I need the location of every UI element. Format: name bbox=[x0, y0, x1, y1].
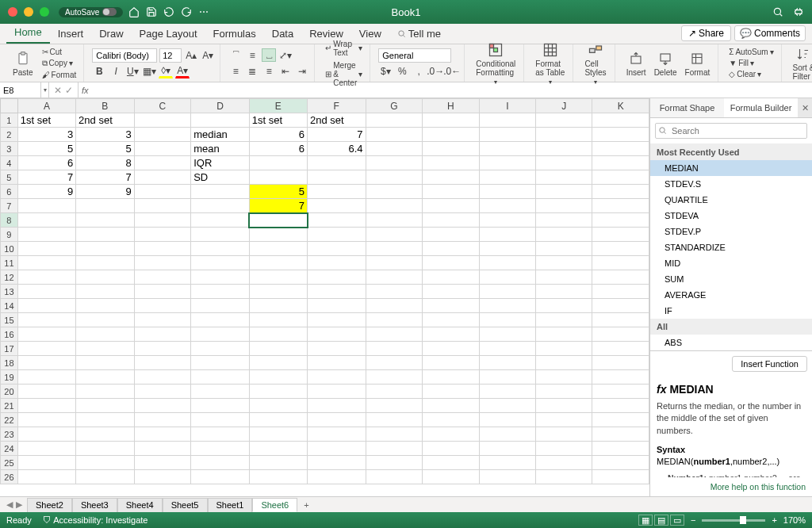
column-header-G[interactable]: G bbox=[366, 99, 423, 113]
function-item-stdev-s[interactable]: STDEV.S bbox=[650, 176, 812, 192]
cell-I15[interactable] bbox=[479, 313, 535, 327]
cell-F24[interactable] bbox=[308, 442, 366, 456]
sidepanel-tab-formula-builder[interactable]: Formula Builder bbox=[724, 98, 798, 117]
cell-B14[interactable] bbox=[76, 299, 135, 313]
more-help-link[interactable]: More help on this function bbox=[650, 477, 812, 496]
cell-E23[interactable] bbox=[249, 427, 307, 442]
cell-J14[interactable] bbox=[535, 299, 592, 313]
format-as-table-button[interactable]: Format as Table bbox=[532, 40, 568, 78]
cell-J15[interactable] bbox=[535, 313, 592, 327]
cell-F11[interactable] bbox=[308, 256, 366, 270]
conditional-formatting-button[interactable]: Conditional Formatting bbox=[473, 40, 519, 78]
cell-C13[interactable] bbox=[134, 285, 191, 299]
number-format-select[interactable] bbox=[378, 48, 451, 63]
decrease-decimal-icon[interactable]: .0← bbox=[445, 65, 459, 78]
cell-I26[interactable] bbox=[479, 470, 535, 484]
cell-H26[interactable] bbox=[423, 470, 480, 484]
cell-A12[interactable] bbox=[17, 270, 75, 285]
cell-B20[interactable] bbox=[76, 385, 135, 399]
cell-D25[interactable] bbox=[191, 456, 250, 470]
cell-F26[interactable] bbox=[308, 470, 366, 484]
cell-H4[interactable] bbox=[423, 156, 480, 170]
cell-A6[interactable]: 9 bbox=[17, 185, 75, 199]
cell-J21[interactable] bbox=[535, 399, 592, 413]
column-header-F[interactable]: F bbox=[308, 99, 366, 113]
zoom-level[interactable]: 170% bbox=[783, 515, 806, 525]
cell-K10[interactable] bbox=[592, 242, 649, 256]
cell-K3[interactable] bbox=[592, 142, 649, 156]
cell-G25[interactable] bbox=[366, 456, 423, 470]
cell-C10[interactable] bbox=[134, 242, 191, 256]
format-cells-button[interactable]: Format bbox=[682, 49, 714, 78]
cell-A5[interactable]: 7 bbox=[17, 170, 75, 185]
function-item-stdev-p[interactable]: STDEV.P bbox=[650, 224, 812, 239]
cell-D24[interactable] bbox=[191, 442, 250, 456]
cell-C7[interactable] bbox=[134, 199, 191, 213]
cell-E19[interactable] bbox=[249, 370, 307, 385]
cell-I11[interactable] bbox=[479, 256, 535, 270]
cell-E20[interactable] bbox=[249, 385, 307, 399]
cell-D14[interactable] bbox=[191, 299, 250, 313]
cell-C14[interactable] bbox=[134, 299, 191, 313]
cell-K2[interactable] bbox=[592, 128, 649, 142]
cell-D9[interactable] bbox=[191, 228, 250, 242]
cell-I23[interactable] bbox=[479, 427, 535, 442]
cell-J10[interactable] bbox=[535, 242, 592, 256]
cell-H2[interactable] bbox=[423, 128, 480, 142]
cell-C15[interactable] bbox=[134, 313, 191, 327]
cell-I7[interactable] bbox=[479, 199, 535, 213]
cell-B11[interactable] bbox=[76, 256, 135, 270]
function-item-average[interactable]: AVERAGE bbox=[650, 287, 812, 303]
save-icon[interactable] bbox=[145, 6, 158, 18]
cell-F2[interactable]: 7 bbox=[308, 128, 366, 142]
cell-H10[interactable] bbox=[423, 242, 480, 256]
cell-K25[interactable] bbox=[592, 456, 649, 470]
cell-B24[interactable] bbox=[76, 442, 135, 456]
cell-K9[interactable] bbox=[592, 228, 649, 242]
cell-H3[interactable] bbox=[423, 142, 480, 156]
copy-button[interactable]: ⧉ Copy ▾ bbox=[40, 58, 79, 69]
cell-C22[interactable] bbox=[134, 413, 191, 427]
add-sheet-button[interactable]: + bbox=[297, 499, 315, 511]
cell-B16[interactable] bbox=[76, 327, 135, 342]
cell-G5[interactable] bbox=[366, 170, 423, 185]
cell-B3[interactable]: 5 bbox=[76, 142, 135, 156]
cell-A17[interactable] bbox=[17, 342, 75, 356]
row-header-19[interactable]: 19 bbox=[1, 370, 18, 385]
row-header-15[interactable]: 15 bbox=[1, 313, 18, 327]
cell-K19[interactable] bbox=[592, 370, 649, 385]
cell-J22[interactable] bbox=[535, 413, 592, 427]
percent-icon[interactable]: % bbox=[395, 65, 409, 78]
cell-H15[interactable] bbox=[423, 313, 480, 327]
column-header-H[interactable]: H bbox=[423, 99, 480, 113]
cell-I3[interactable] bbox=[479, 142, 535, 156]
format-painter-button[interactable]: 🖌 Format bbox=[40, 70, 79, 80]
cell-G13[interactable] bbox=[366, 285, 423, 299]
cell-F15[interactable] bbox=[308, 313, 366, 327]
page-layout-view-icon[interactable]: ▤ bbox=[654, 515, 668, 526]
cell-G24[interactable] bbox=[366, 442, 423, 456]
cell-E16[interactable] bbox=[249, 327, 307, 342]
cell-F12[interactable] bbox=[308, 270, 366, 285]
autosum-button[interactable]: Σ AutoSum ▾ bbox=[726, 47, 776, 57]
cell-I1[interactable] bbox=[479, 113, 535, 128]
cell-B15[interactable] bbox=[76, 313, 135, 327]
cell-K11[interactable] bbox=[592, 256, 649, 270]
cell-H25[interactable] bbox=[423, 456, 480, 470]
cell-A21[interactable] bbox=[17, 399, 75, 413]
cell-D17[interactable] bbox=[191, 342, 250, 356]
border-button[interactable]: ▦▾ bbox=[142, 65, 156, 78]
cell-J3[interactable] bbox=[535, 142, 592, 156]
tab-data[interactable]: Data bbox=[264, 24, 301, 44]
cell-B5[interactable]: 7 bbox=[76, 170, 135, 185]
sheet-tab-sheet5[interactable]: Sheet5 bbox=[163, 498, 208, 512]
cell-C20[interactable] bbox=[134, 385, 191, 399]
cell-J13[interactable] bbox=[535, 285, 592, 299]
row-header-13[interactable]: 13 bbox=[1, 285, 18, 299]
cell-A25[interactable] bbox=[17, 456, 75, 470]
increase-decimal-icon[interactable]: .0→ bbox=[428, 65, 442, 78]
cut-button[interactable]: ✂ Cut bbox=[40, 47, 79, 57]
zoom-in-icon[interactable]: + bbox=[772, 515, 776, 525]
row-header-14[interactable]: 14 bbox=[1, 299, 18, 313]
cell-D6[interactable] bbox=[191, 185, 250, 199]
